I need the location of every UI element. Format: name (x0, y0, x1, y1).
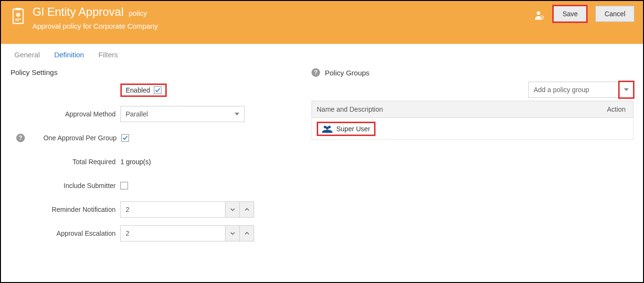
title-main: Gl Entity Approval (32, 5, 124, 18)
reminder-up-button[interactable] (240, 201, 254, 218)
escalation-up-button[interactable] (240, 225, 254, 241)
cancel-button[interactable]: Cancel (595, 6, 634, 22)
save-button[interactable]: Save (553, 6, 587, 22)
chevron-down-icon (230, 231, 236, 236)
help-icon[interactable]: ? (311, 68, 320, 77)
check-icon (155, 87, 161, 93)
label-approval-method: Approval Method (11, 110, 120, 118)
label-reminder: Reminder Notification (11, 206, 120, 213)
approval-method-value: Parallel (126, 110, 148, 118)
label-include-submitter: Include Submitter (11, 182, 120, 189)
enabled-label-text: Enabled (126, 86, 150, 94)
help-icon[interactable]: ? (16, 134, 25, 142)
escalation-down-button[interactable] (225, 225, 240, 241)
content: Policy Settings Enabled Approval Method … (1, 63, 643, 249)
check-icon (122, 135, 128, 141)
policy-settings-title: Policy Settings (11, 68, 297, 76)
title-suffix: policy (129, 9, 147, 17)
svg-point-7 (326, 126, 329, 129)
escalation-input[interactable]: 2 (120, 225, 225, 241)
col-action: Action (600, 105, 633, 113)
row-include-submitter: Include Submitter (11, 178, 297, 194)
page-header: Gl Entity Approval policy Approval polic… (1, 1, 643, 44)
include-submitter-checkbox[interactable] (120, 182, 128, 189)
tab-definition[interactable]: Definition (54, 51, 84, 59)
escalation-spinner: 2 (120, 225, 254, 241)
header-text: Gl Entity Approval policy Approval polic… (32, 6, 534, 30)
caret-down-icon (235, 113, 239, 115)
group-name: Super User (336, 125, 370, 133)
group-highlight: Super User (317, 122, 376, 136)
label-escalation: Approval Escalation (11, 230, 120, 237)
policy-groups-table: Name and Description Action Su (311, 101, 633, 140)
add-group-row: Add a policy group (311, 82, 633, 98)
svg-point-3 (537, 11, 540, 15)
user-role-icon[interactable] (534, 10, 545, 21)
chevron-down-icon (230, 207, 236, 212)
caret-down-icon (624, 88, 629, 91)
enabled-highlight: Enabled (120, 84, 167, 97)
add-group-caret-button[interactable] (619, 82, 633, 98)
people-icon (322, 125, 333, 133)
col-name: Name and Description (312, 105, 600, 113)
td-name: Super User (312, 122, 600, 136)
svg-rect-1 (15, 8, 21, 10)
add-policy-group: Add a policy group (528, 82, 633, 98)
row-approval-method: Approval Method Parallel (11, 106, 297, 122)
reminder-down-button[interactable] (225, 201, 240, 218)
total-required-value: 1 group(s) (120, 158, 151, 166)
row-escalation: Approval Escalation 2 (11, 225, 297, 241)
tabs: General Definition Filters (1, 44, 643, 63)
table-row[interactable]: Super User (311, 118, 633, 140)
page-title: Gl Entity Approval policy (32, 6, 534, 18)
add-group-placeholder: Add a policy group (534, 86, 589, 94)
chevron-up-icon (244, 207, 250, 212)
chevron-up-icon (244, 231, 250, 236)
enabled-checkbox[interactable] (154, 86, 161, 94)
reminder-input[interactable]: 2 (120, 201, 225, 218)
escalation-value: 2 (126, 230, 129, 237)
tab-general[interactable]: General (14, 51, 40, 59)
add-group-select[interactable]: Add a policy group (528, 82, 619, 98)
row-enabled: Enabled (11, 82, 297, 98)
reminder-spinner: 2 (120, 201, 254, 218)
header-actions: Save Cancel (534, 6, 634, 22)
policy-groups-panel: ? Policy Groups Add a policy group Name … (311, 68, 633, 249)
label-total-required: Total Required (11, 158, 120, 166)
reminder-value: 2 (126, 206, 129, 213)
row-reminder: Reminder Notification 2 (11, 201, 297, 218)
policy-groups-header: ? Policy Groups (311, 68, 633, 77)
policy-document-icon (10, 8, 27, 25)
approval-method-select[interactable]: Parallel (120, 106, 245, 122)
policy-settings-panel: Policy Settings Enabled Approval Method … (11, 68, 297, 249)
row-one-approval: ? One Approval Per Group (11, 130, 297, 146)
label-one-approval: One Approval Per Group (30, 134, 121, 142)
tab-filters[interactable]: Filters (98, 51, 118, 59)
page-subtitle: Approval policy for Corporate Company (32, 22, 534, 30)
one-approval-checkbox[interactable] (121, 134, 129, 142)
policy-groups-title: Policy Groups (325, 69, 369, 77)
row-total-required: Total Required 1 group(s) (11, 154, 297, 170)
table-header: Name and Description Action (311, 101, 633, 118)
